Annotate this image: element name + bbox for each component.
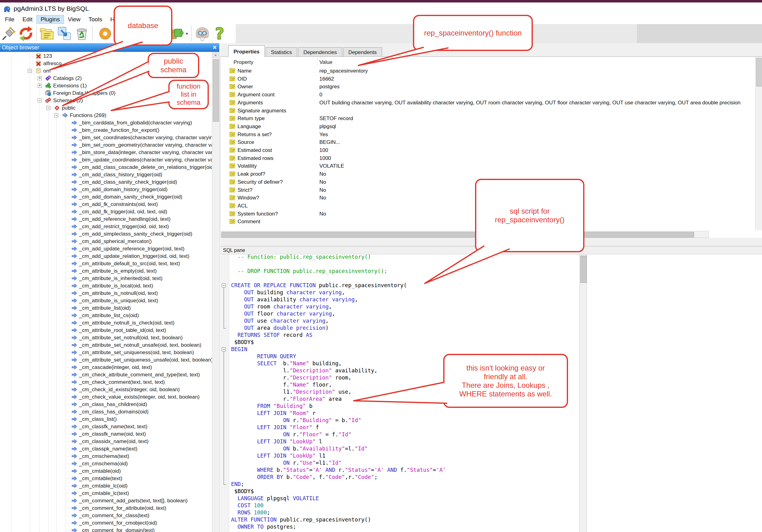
- tree-item-cm-classpk-name-text[interactable]: _cm_classpk_name(text): [0, 445, 212, 453]
- tree-item-cm-attribute-is-unique-oid-text[interactable]: _cm_attribute_is_unique(oid, text): [0, 297, 212, 304]
- property-row-source[interactable]: SourceBEGIN...: [221, 139, 762, 146]
- help-icon[interactable]: ?: [212, 26, 228, 42]
- tree-item-cm-check-id-exists-integer-oid-boolean[interactable]: _cm_check_id_exists(integer, oid, boolea…: [0, 386, 212, 393]
- tree-item-cm-add-domain-history-trigger-oid[interactable]: _cm_add_domain_history_trigger(oid): [0, 186, 212, 193]
- tree-item-cm-attribute-is-notnull-oid-text[interactable]: _cm_attribute_is_notnull(oid, text): [0, 290, 212, 297]
- tree-item-cm-attribute-is-empty-oid-text[interactable]: _cm_attribute_is_empty(oid, text): [0, 267, 212, 275]
- close-icon[interactable]: ×: [211, 43, 219, 51]
- tree-item-cm-comment-for-cmobject-oid[interactable]: _cm_comment_for_cmobject(oid): [0, 519, 212, 527]
- tree-item-cm-add-class-cascade-delete-on-relations[interactable]: _cm_add_class_cascade_delete_on_relation…: [0, 164, 212, 171]
- menu-view[interactable]: View: [64, 16, 84, 24]
- tab-statistics[interactable]: Statistics: [266, 47, 297, 56]
- scroll-up-icon[interactable]: ▲: [212, 52, 219, 58]
- tree-item-cm-add-update-relation-trigger-oid-oid-t[interactable]: _cm_add_update_relation_trigger(oid, oid…: [0, 253, 212, 260]
- collapse-icon[interactable]: −: [46, 106, 50, 110]
- tree-item-cm-add-fk-constraints-oid-text[interactable]: _cm_add_fk_constraints(oid, text): [0, 201, 212, 208]
- tree-item-cm-check-comment-text-text-text[interactable]: _cm_check_comment(text, text, text): [0, 378, 212, 386]
- property-row-estimated-cost[interactable]: Estimated cost100: [221, 147, 762, 154]
- properties-icon[interactable]: [39, 26, 55, 42]
- tree-item-cm-add-restrict-trigger-oid-oid-text[interactable]: _cm_add_restrict_trigger(oid, oid, text): [0, 223, 212, 230]
- tree-item-cm-comment-for-class-text[interactable]: _cm_comment_for_class(text): [0, 512, 212, 519]
- tree-item-cm-cmtable-lc-oid[interactable]: _cm_cmtable_lc(oid): [0, 482, 212, 490]
- connect-icon[interactable]: [1, 26, 17, 42]
- tree-item-cm-add-reference-handling-oid-text[interactable]: _cm_add_reference_handling(oid, text): [0, 216, 212, 223]
- property-row-name[interactable]: Namerep_spacesinventory: [221, 67, 762, 75]
- tree-item-cm-add-class-sanity-check-trigger-oid[interactable]: _cm_add_class_sanity_check_trigger(oid): [0, 178, 212, 186]
- properties-vertical-scrollbar[interactable]: [755, 57, 762, 230]
- collapse-icon[interactable]: −: [54, 113, 58, 117]
- tree-item-cm-class-list[interactable]: _cm_class_list(): [0, 416, 212, 423]
- tree-scrollbar-thumb[interactable]: [213, 59, 219, 122]
- tree-item-bim-set-room-geometry-character-varying-[interactable]: _bim_set_room_geometry(character varying…: [0, 141, 212, 149]
- tree-item-cm-class-has-children-oid[interactable]: _cm_class_has_children(oid): [0, 401, 212, 408]
- collapse-icon[interactable]: −: [38, 99, 42, 102]
- tree-item-cm-cmschema-oid[interactable]: _cm_cmschema(oid): [0, 460, 212, 467]
- collapse-icon[interactable]: −: [28, 69, 32, 73]
- tree-item-cm-classidx-name-oid-text[interactable]: _cm_classidx_name(oid, text): [0, 438, 212, 445]
- fold-collapse-icon[interactable]: −: [222, 347, 226, 351]
- tab-dependencies[interactable]: Dependencies: [298, 47, 342, 56]
- tree-item-cm-comment-for-domain-text[interactable]: _cm_comment_for_domain(text): [0, 527, 212, 532]
- tree-item-cm-comment-add-parts-text-text-boolean[interactable]: _cm_comment_add_parts(text, text[], bool…: [0, 497, 212, 504]
- tree-item-cm-attribute-set-uniqueness-oid-text-boo[interactable]: _cm_attribute_set_uniqueness(oid, text, …: [0, 349, 212, 356]
- properties-horizontal-scrollbar[interactable]: [220, 231, 709, 238]
- property-row-argument-count[interactable]: Argument count0: [221, 91, 762, 99]
- refresh-icon[interactable]: [18, 26, 34, 42]
- menu-edit[interactable]: Edit: [19, 16, 37, 24]
- tree-item-cm-attribute-set-notnull-oid-text-boolea[interactable]: _cm_attribute_set_notnull(oid, text, boo…: [0, 334, 212, 342]
- tree-item-cm-class-has-domains-oid[interactable]: _cm_class_has_domains(oid): [0, 408, 212, 416]
- tree-vertical-scrollbar[interactable]: ▲: [212, 52, 219, 532]
- object-tree[interactable]: 123alfresco−om+Catalogs (2)+Extensions (…: [0, 52, 212, 532]
- sql-query-icon[interactable]: [56, 26, 73, 42]
- property-row-oid[interactable]: OID16662: [221, 75, 762, 83]
- tree-item-cm-attribute-list-oid[interactable]: _cm_attribute_list(oid): [0, 304, 212, 312]
- tree-item-cm-attribute-is-inherited-oid-text[interactable]: _cm_attribute_is_inherited(oid, text): [0, 275, 212, 282]
- tree-item-cm-cascade-integer-oid-text[interactable]: _cm_cascade(integer, oid, text): [0, 364, 212, 371]
- tree-item-cm-add-domain-sanity-check-trigger-oid[interactable]: _cm_add_domain_sanity_check_trigger(oid): [0, 193, 212, 201]
- tree-item-cm-cmtable-oid[interactable]: _cm_cmtable(oid): [0, 467, 212, 475]
- tree-item-cm-cmtable-lc-text[interactable]: _cm_cmtable_lc(text): [0, 490, 212, 497]
- tree-item-cm-attribute-is-local-oid-text[interactable]: _cm_attribute_is_local(oid, text): [0, 282, 212, 290]
- menu-tools[interactable]: Tools: [85, 16, 106, 24]
- property-row-estimated-rows[interactable]: Estimated rows1000: [221, 155, 762, 163]
- property-row-volatility[interactable]: VolatilityVOLATILE: [221, 163, 762, 170]
- tree-item-cm-attribute-list-cs-oid[interactable]: _cm_attribute_list_cs(oid): [0, 312, 212, 319]
- tree-item-cm-check-attribute-comment-and-type-text[interactable]: _cm_check_attribute_comment_and_type(tex…: [0, 371, 212, 378]
- object-browser-header[interactable]: Object browser: [0, 43, 219, 52]
- properties-vscroll-thumb[interactable]: [756, 58, 762, 87]
- tree-item-cm-add-update-reference-trigger-oid-text[interactable]: _cm_add_update_reference_trigger(oid, te…: [0, 245, 212, 253]
- tree-item-bim-carddata-from-globalid-character-var[interactable]: _bim_carddata_from_globalid(character va…: [0, 119, 212, 127]
- tab-properties[interactable]: Properties: [228, 45, 265, 57]
- property-row-owner[interactable]: Ownerpostgres: [221, 83, 762, 91]
- tab-dependents[interactable]: Dependents: [343, 47, 382, 56]
- tree-item-cm-attribute-default-to-src-oid-text-tex[interactable]: _cm_attribute_default_to_src(oid, text, …: [0, 260, 212, 267]
- tree-item-cm-classfk-name-oid-text[interactable]: _cm_classfk_name(oid, text): [0, 431, 212, 438]
- tree-item-cm-attribute-set-uniqueness-unsafe-oid-t[interactable]: _cm_attribute_set_uniqueness_unsafe(oid,…: [0, 356, 212, 364]
- property-row-arguments[interactable]: ArgumentsOUT building character varying,…: [221, 99, 762, 107]
- tree-item-cm-cmtable-text[interactable]: _cm_cmtable(text): [0, 475, 212, 482]
- property-row-returns-a-set[interactable]: Returns a set?Yes: [221, 131, 762, 139]
- expand-icon[interactable]: +: [38, 76, 42, 80]
- properties-hscroll-thumb[interactable]: [221, 232, 694, 237]
- property-row-leak-proof[interactable]: Leak proof?No: [221, 170, 762, 178]
- tree-item-cm-attribute-set-notnull-unsafe-oid-text[interactable]: _cm_attribute_set_notnull_unsafe(oid, te…: [0, 342, 212, 349]
- tree-item-cm-add-simpleclass-sanity-check-trigger-[interactable]: _cm_add_simpleclass_sanity_check_trigger…: [0, 230, 212, 238]
- tree-item-bim-create-function-for-export[interactable]: _bim_create_function_for_export(): [0, 127, 212, 134]
- tree-item-cm-classfk-name-text-text[interactable]: _cm_classfk_name(text, text): [0, 423, 212, 431]
- tree-item-cm-attribute-notnull-is-check-oid-text[interactable]: _cm_attribute_notnull_is_check(oid, text…: [0, 319, 212, 327]
- property-row-return-type[interactable]: Return typeSETOF record: [221, 115, 762, 123]
- tree-item-cm-add-fk-trigger-oid-oid-text-oid[interactable]: _cm_add_fk_trigger(oid, oid, text, oid): [0, 208, 212, 216]
- obscured-icon[interactable]: [95, 26, 111, 42]
- tree-item-cm-check-value-exists-integer-oid-text-b[interactable]: _cm_check_value_exists(integer, oid, tex…: [0, 393, 212, 401]
- sql-vscroll-thumb[interactable]: [580, 256, 586, 283]
- tree-item-cm-cmschema-text[interactable]: _cm_cmschema(text): [0, 453, 212, 460]
- tree-item-cm-add-class-history-trigger-oid[interactable]: _cm_add_class_history_trigger(oid): [0, 171, 212, 178]
- tree-item-bim-set-coordinates-character-varying-ch[interactable]: _bim_set_coordinates(character varying, …: [0, 134, 212, 141]
- expand-icon[interactable]: +: [38, 84, 42, 88]
- object-browser-panel[interactable]: 123alfresco−om+Catalogs (2)+Extensions (…: [0, 52, 220, 532]
- tree-item-bim-update-coordinates-character-varying[interactable]: _bim_update_coordinates(character varyin…: [0, 156, 212, 164]
- menu-plugins[interactable]: Plugins: [37, 16, 63, 24]
- plugins-dropdown-icon[interactable]: ▼: [184, 26, 190, 42]
- drop-object-icon[interactable]: [74, 26, 90, 42]
- tree-item-cm-comment-for-attribute-oid-text[interactable]: _cm_comment_for_attribute(oid, text): [0, 504, 212, 512]
